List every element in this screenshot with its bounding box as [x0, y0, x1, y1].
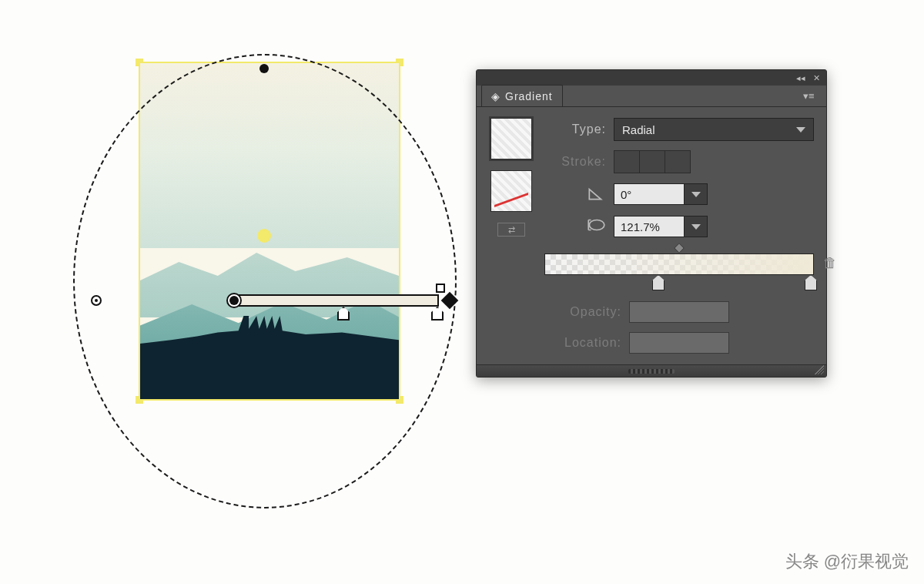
gradient-slider[interactable]: 🗑	[544, 253, 814, 275]
location-label: Location:	[544, 336, 621, 350]
reverse-gradient-icon[interactable]: ⇄	[497, 223, 525, 237]
chevron-down-icon	[691, 224, 701, 230]
stroke-align-along[interactable]	[639, 150, 665, 173]
gradient-end-handle[interactable]	[441, 292, 459, 310]
gradient-panel: ◂◂ ✕ ◈ Gradient ▾≡ ⇄ Type: Radial Stroke…	[476, 69, 827, 378]
aspect-icon-cell	[544, 215, 606, 238]
aspect-field[interactable]	[614, 216, 685, 237]
chevron-down-icon	[691, 192, 701, 197]
stroke-label: Stroke:	[544, 155, 606, 169]
panel-drag-grip[interactable]	[628, 369, 675, 374]
panel-resize-handle[interactable]	[815, 365, 824, 374]
tab-label: Gradient	[505, 90, 553, 102]
ellipse-anchor-left[interactable]	[91, 295, 102, 306]
gradient-stop[interactable]	[805, 275, 817, 290]
svg-point-0	[589, 220, 604, 230]
location-field[interactable]	[629, 332, 729, 354]
canvas-area[interactable]	[0, 0, 477, 584]
type-select[interactable]: Radial	[614, 118, 814, 141]
panel-topbar: ◂◂ ✕	[477, 70, 826, 86]
panel-footer	[477, 364, 826, 377]
panel-menu-icon[interactable]: ▾≡	[803, 90, 820, 101]
gradient-stop[interactable]	[652, 275, 665, 290]
stroke-align-across[interactable]	[665, 150, 691, 173]
stroke-align-within[interactable]	[614, 150, 640, 173]
ellipse-anchor-top[interactable]	[259, 64, 269, 73]
gradient-aspect-handle[interactable]	[436, 284, 445, 293]
aspect-input[interactable]	[614, 216, 708, 237]
angle-field[interactable]	[614, 183, 685, 205]
stroke-swatch[interactable]	[490, 170, 532, 212]
fill-swatch[interactable]	[490, 118, 532, 159]
gradient-origin-handle[interactable]	[226, 293, 242, 308]
gradient-bounding-ellipse[interactable]	[73, 54, 457, 508]
angle-icon	[586, 183, 606, 203]
stroke-align-group	[614, 150, 691, 173]
tab-gradient[interactable]: ◈ Gradient	[481, 85, 563, 106]
angle-stepper[interactable]	[685, 183, 708, 205]
trash-icon[interactable]: 🗑	[823, 255, 837, 271]
angle-icon-cell	[544, 183, 606, 206]
gradient-midpoint-handle[interactable]	[674, 243, 685, 253]
angle-input[interactable]	[614, 183, 708, 205]
dropdown-icon	[796, 127, 805, 133]
panel-tab-row: ◈ Gradient ▾≡	[477, 86, 826, 107]
panel-close-icon[interactable]: ✕	[813, 73, 820, 83]
opacity-field[interactable]	[629, 301, 729, 323]
gradient-icon: ◈	[491, 90, 500, 102]
gradient-stop-handle[interactable]	[337, 307, 350, 321]
opacity-label: Opacity:	[544, 305, 621, 319]
swatch-column: ⇄	[487, 118, 535, 354]
gradient-stop-handle[interactable]	[431, 307, 444, 321]
gradient-track[interactable]	[544, 253, 814, 275]
type-value: Radial	[622, 123, 655, 136]
gradient-annotator-bar[interactable]	[234, 294, 439, 307]
gradient-annotator[interactable]	[217, 290, 456, 322]
aspect-stepper[interactable]	[685, 216, 708, 237]
watermark: 头条 @衍果视觉	[785, 550, 909, 573]
panel-collapse-icon[interactable]: ◂◂	[796, 73, 805, 83]
type-label: Type:	[544, 123, 606, 136]
aspect-ratio-icon	[586, 215, 606, 235]
